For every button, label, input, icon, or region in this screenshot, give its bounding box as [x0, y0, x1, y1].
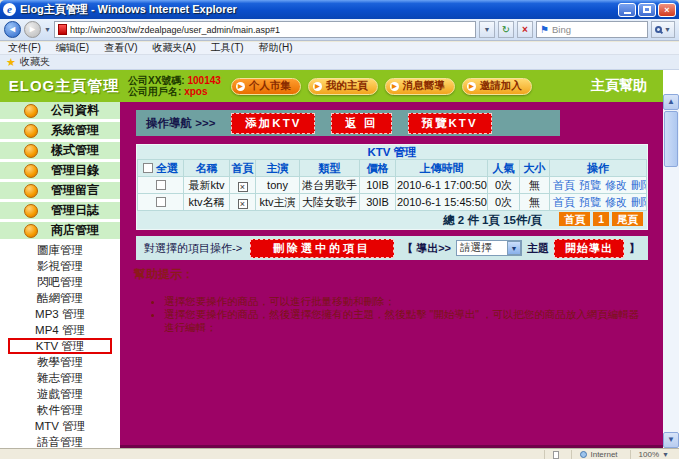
scroll-down-button[interactable]: ▼ [663, 432, 679, 448]
help-bullet: 選擇您要操作的商品，可以進行批量移動和刪除； [164, 295, 648, 308]
col-type: 類型 [300, 160, 360, 177]
col-upload-time: 上傳時間 [396, 160, 488, 177]
menu-ball-icon [24, 124, 38, 138]
search-input[interactable]: ⚑ Bing [536, 21, 648, 38]
chevron-down-icon[interactable]: ▼ [507, 241, 521, 255]
record-summary: 總 2 件 1頁 15件/頁 [443, 213, 542, 228]
menu-ball-icon [24, 224, 38, 238]
action-delete-link[interactable]: 刪除 [631, 179, 647, 191]
sidebar-group-directory[interactable]: 管理目錄 [0, 162, 120, 179]
sidebar-item-gallery[interactable]: 圖庫管理 [0, 242, 120, 258]
sidebar-group-shop[interactable]: 商店管理 [0, 222, 120, 239]
play-icon: ▶ [313, 82, 322, 91]
favorites-star-icon[interactable]: ★ [6, 56, 16, 69]
username-value: xpos [184, 86, 207, 97]
sidebar-item-mtv[interactable]: MTV 管理 [0, 418, 120, 434]
row-checkbox[interactable] [156, 197, 166, 207]
add-ktv-button[interactable]: 添加KTV [231, 113, 315, 134]
nav-message-wizard-button[interactable]: ▶ 消息嚮導 [385, 78, 455, 95]
search-button[interactable]: ▼ [651, 21, 675, 38]
menu-help[interactable]: 帮助(H) [259, 41, 293, 55]
zoom-level[interactable]: 100% [639, 450, 659, 459]
col-front: 首頁 [230, 160, 256, 177]
address-dropdown-button[interactable]: ▼ [479, 21, 495, 38]
scrollbar-thumb[interactable] [664, 111, 678, 167]
menu-favorites[interactable]: 收藏夹(A) [152, 41, 195, 55]
ktv-table: 全選 名稱 首頁 主演 類型 價格 上傳時間 人氣 大小 操作 最新ktv [137, 159, 647, 211]
history-dropdown-icon[interactable]: ▼ [44, 26, 51, 33]
pager-page-1-button[interactable]: 1 [593, 212, 609, 226]
sidebar-item-coolsite[interactable]: 酷網管理 [0, 290, 120, 306]
address-input[interactable]: http://win2003/tw/zdealpage/user_admin/m… [54, 21, 476, 38]
menu-view[interactable]: 查看(V) [104, 41, 137, 55]
theme-select[interactable]: 請選擇 ▼ [456, 240, 522, 256]
sidebar-item-ktv[interactable]: KTV 管理 [8, 338, 112, 354]
pager-first-button[interactable]: 首頁 [559, 212, 590, 226]
zoom-dropdown-icon[interactable]: ▼ [662, 451, 669, 458]
address-toolbar: ◄ ► ▼ http://win2003/tw/zdealpage/user_a… [0, 19, 679, 41]
action-delete-link[interactable]: 刪除 [631, 196, 647, 208]
forward-button[interactable]: ► [24, 21, 41, 38]
page-viewport: ELOG主頁管理 公司XX號碼: 100143 公司用戶名: xpos ▶ 个人… [0, 70, 679, 448]
search-placeholder: Bing [552, 24, 571, 35]
action-preview-link[interactable]: 預覽 [579, 196, 601, 208]
cell-type: 大陸女歌手 [300, 194, 360, 211]
action-front-link[interactable]: 首頁 [553, 196, 575, 208]
nav-my-homepage-button[interactable]: ▶ 我的主頁 [308, 78, 378, 95]
vertical-scrollbar[interactable]: ▲ ▼ [663, 70, 679, 448]
start-export-button[interactable]: 開始導出 [554, 239, 624, 258]
maximize-button[interactable] [638, 3, 656, 17]
sidebar-group-system[interactable]: 系統管理 [0, 122, 120, 139]
sidebar-group-company-info[interactable]: 公司資料 [0, 102, 120, 119]
cell-lead: tony [256, 177, 300, 194]
scroll-up-button[interactable]: ▲ [663, 94, 679, 110]
row-checkbox[interactable] [156, 180, 166, 190]
sidebar-item-software[interactable]: 軟件管理 [0, 402, 120, 418]
cell-size: 無 [520, 177, 550, 194]
help-list: 選擇您要操作的商品，可以進行批量移動和刪除； 選擇您要操作的商品，然後選擇您擁有… [164, 295, 648, 334]
return-button[interactable]: 返 回 [331, 113, 391, 134]
table-footer: 總 2 件 1頁 15件/頁 首頁1尾頁 [137, 211, 647, 229]
stop-button[interactable]: × [517, 21, 533, 38]
delete-selected-button[interactable]: 刪除選中的項目 [250, 239, 394, 258]
menu-edit[interactable]: 编辑(E) [56, 41, 89, 55]
sidebar-group-log[interactable]: 管理日誌 [0, 202, 120, 219]
action-edit-link[interactable]: 修改 [605, 179, 627, 191]
menu-file[interactable]: 文件(F) [8, 41, 41, 55]
col-hits: 人氣 [488, 160, 520, 177]
sidebar-item-video[interactable]: 影視管理 [0, 258, 120, 274]
cell-name: ktv名稱 [184, 194, 230, 211]
action-preview-link[interactable]: 預覽 [579, 179, 601, 191]
preview-ktv-button[interactable]: 預覽KTV [408, 113, 492, 134]
favorites-label[interactable]: 收藏夹 [20, 55, 50, 69]
action-front-link[interactable]: 首頁 [553, 179, 575, 191]
refresh-button[interactable]: ↻ [498, 21, 514, 38]
action-edit-link[interactable]: 修改 [605, 196, 627, 208]
close-button[interactable]: × [658, 3, 676, 17]
nav-personal-market-button[interactable]: ▶ 个人市集 [231, 78, 301, 95]
username-label: 公司用戶名: [128, 86, 181, 97]
col-size: 大小 [520, 160, 550, 177]
menu-tools[interactable]: 工具(T) [211, 41, 244, 55]
sidebar-item-teaching[interactable]: 教學管理 [0, 354, 120, 370]
select-all-checkbox[interactable] [143, 163, 153, 173]
sidebar-item-mp3[interactable]: MP3 管理 [0, 306, 120, 322]
cell-price: 30IB [360, 194, 396, 211]
scrollbar-track[interactable] [663, 110, 679, 432]
sidebar-item-magazine[interactable]: 雜志管理 [0, 370, 120, 386]
minimize-button[interactable] [618, 3, 636, 17]
pager-last-button[interactable]: 尾頁 [612, 212, 643, 226]
sidebar-item-mp4[interactable]: MP4 管理 [0, 322, 120, 338]
homepage-help-link[interactable]: 主頁幫助 [591, 77, 647, 95]
sidebar-item-game[interactable]: 遊戲管理 [0, 386, 120, 402]
help-title: 幫助提示： [134, 266, 648, 283]
sidebar-item-flash[interactable]: 閃吧管理 [0, 274, 120, 290]
back-button[interactable]: ◄ [4, 21, 21, 38]
sidebar-group-style[interactable]: 樣式管理 [0, 142, 120, 159]
menu-ball-icon [24, 104, 38, 118]
nav-invite-button[interactable]: ▶ 邀請加入 [462, 78, 532, 95]
app-header: ELOG主頁管理 公司XX號碼: 100143 公司用戶名: xpos ▶ 个人… [0, 70, 663, 102]
sidebar-group-guestbook[interactable]: 管理留言 [0, 182, 120, 199]
internet-zone-label: Internet [590, 450, 617, 459]
menu-ball-icon [24, 184, 38, 198]
